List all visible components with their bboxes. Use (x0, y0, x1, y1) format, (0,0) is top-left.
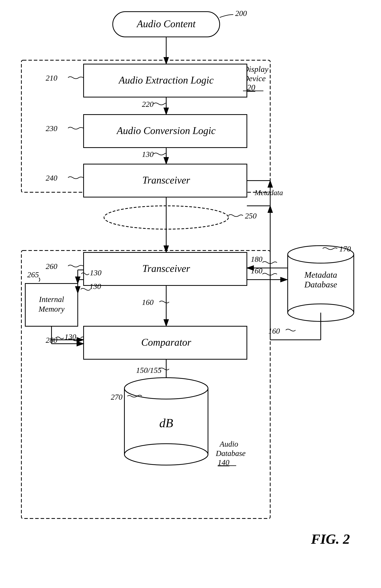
svg-text:130: 130 (142, 150, 154, 159)
svg-point-55 (124, 378, 208, 399)
svg-text:240: 240 (46, 174, 57, 182)
svg-text:150/155: 150/155 (136, 366, 161, 375)
svg-text:210: 210 (46, 74, 57, 82)
svg-text:265: 265 (27, 270, 39, 279)
svg-text:Transceiver: Transceiver (142, 263, 190, 274)
svg-text:130: 130 (90, 282, 101, 291)
svg-text:130: 130 (90, 268, 101, 277)
svg-text:260: 260 (46, 262, 57, 271)
svg-text:160: 160 (268, 327, 280, 335)
diagram-container: 200 Display Device 120 210 220 230 (0, 0, 381, 588)
svg-text:160: 160 (251, 266, 262, 275)
svg-text:180: 180 (251, 255, 262, 264)
svg-text:230: 230 (46, 124, 57, 133)
svg-text:Metadata: Metadata (304, 270, 337, 280)
svg-text:130: 130 (65, 333, 76, 341)
svg-text:Metadata: Metadata (254, 189, 283, 197)
svg-text:250: 250 (245, 211, 257, 220)
svg-text:Audio Content: Audio Content (136, 18, 196, 29)
svg-text:160: 160 (142, 298, 154, 307)
svg-text:170: 170 (339, 245, 351, 253)
svg-text:FIG. 2: FIG. 2 (311, 531, 350, 547)
svg-text:Database: Database (216, 449, 246, 458)
svg-text:Audio Extraction Logic: Audio Extraction Logic (118, 75, 214, 86)
svg-text:270: 270 (111, 393, 122, 401)
svg-text:Audio Conversion Logic: Audio Conversion Logic (116, 125, 216, 136)
svg-text:Transceiver: Transceiver (142, 175, 190, 186)
svg-text:Database: Database (304, 280, 337, 289)
svg-point-56 (124, 444, 208, 465)
main-svg: 200 Display Device 120 210 220 230 (0, 0, 381, 588)
svg-text:dB: dB (159, 416, 173, 430)
svg-text:Internal: Internal (39, 295, 64, 304)
svg-text:Audio: Audio (219, 440, 238, 448)
svg-text:Memory: Memory (38, 305, 65, 314)
svg-text:Comparator: Comparator (141, 337, 191, 348)
svg-text:220: 220 (142, 100, 154, 108)
svg-text:200: 200 (235, 9, 247, 18)
